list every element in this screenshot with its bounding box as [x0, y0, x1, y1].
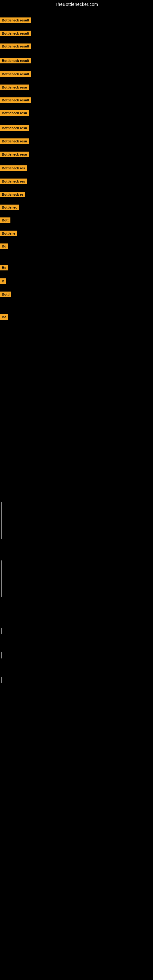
bottleneck-badge-6: Bottleneck result	[0, 97, 31, 103]
site-title: TheBottlenecker.com	[0, 0, 153, 8]
vertical-line-0	[1, 502, 2, 539]
bottleneck-badge-5: Bottleneck resu	[0, 84, 29, 90]
bottleneck-badge-2: Bottleneck result	[0, 43, 31, 49]
bottleneck-badge-10: Bottleneck resu	[0, 151, 29, 157]
bottleneck-badge-20: Bottl	[0, 291, 11, 297]
bottleneck-badge-14: Bottlenec	[0, 205, 19, 210]
vertical-line-3	[1, 652, 2, 659]
bottleneck-badge-16: Bottlene	[0, 231, 17, 236]
bottleneck-badge-4: Bottleneck result	[0, 72, 31, 77]
bottleneck-badge-0: Bottleneck result	[0, 18, 31, 23]
bottleneck-badge-21: Bo	[0, 314, 8, 320]
bottleneck-badge-12: Bottleneck res	[0, 178, 27, 184]
bottleneck-badge-9: Bottleneck resu	[0, 138, 29, 144]
bottleneck-badge-17: Bo	[0, 243, 8, 249]
bottleneck-badge-3: Bottleneck result	[0, 58, 31, 64]
bottleneck-badge-11: Bottleneck res	[0, 165, 27, 171]
vertical-line-1	[1, 560, 2, 597]
bottleneck-badge-1: Bottleneck result	[0, 30, 31, 36]
vertical-line-2	[1, 628, 2, 634]
bottleneck-badge-18: Bo	[0, 265, 8, 270]
bottleneck-badge-19: B	[0, 278, 6, 284]
vertical-line-4	[1, 677, 2, 683]
bottleneck-badge-8: Bottleneck resu	[0, 125, 29, 131]
bottleneck-badge-13: Bottleneck re	[0, 192, 25, 197]
bottleneck-badge-7: Bottleneck resu	[0, 110, 29, 116]
bottleneck-badge-15: Bott	[0, 218, 10, 223]
